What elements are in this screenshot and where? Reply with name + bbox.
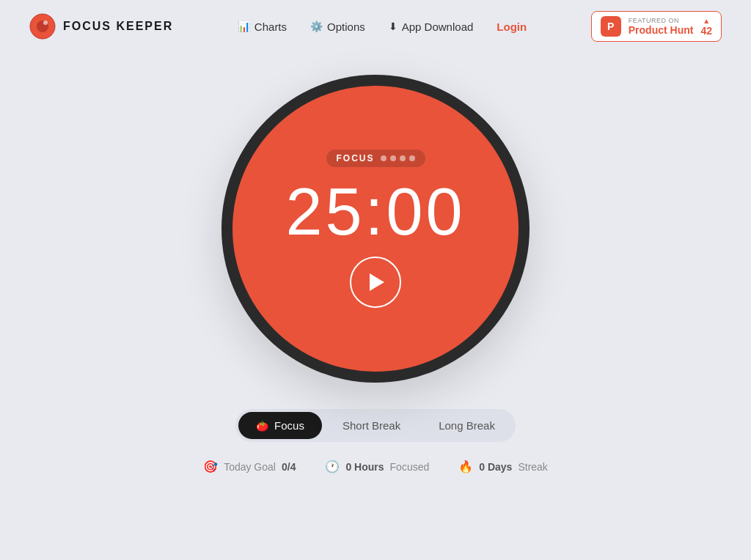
focus-tab-icon: 🍅 (256, 420, 268, 432)
mode-tabs: 🍅 Focus Short Break Long Break (235, 409, 516, 442)
timer-container: FOCUS 25:00 (221, 75, 530, 383)
today-goal-stat: 🎯 Today Goal 0/4 (203, 460, 296, 474)
play-icon (370, 273, 384, 291)
timer-display: 25:00 (285, 179, 465, 245)
clock-icon: 🕐 (325, 460, 340, 474)
focus-mode-label: FOCUS (337, 153, 375, 163)
app-download-nav-item[interactable]: ⬇ App Download (389, 21, 474, 33)
dot-1 (381, 155, 387, 161)
play-button[interactable] (350, 257, 401, 308)
charts-nav-item[interactable]: 📊 Charts (238, 21, 287, 33)
product-hunt-text: FEATURED ON Product Hunt (629, 17, 694, 36)
svg-point-2 (43, 21, 48, 25)
goal-icon: 🎯 (203, 460, 218, 474)
timer-inner-circle: FOCUS 25:00 (232, 86, 519, 372)
dot-3 (400, 155, 406, 161)
short-break-tab[interactable]: Short Break (325, 412, 418, 439)
logo-text: FOCUS KEEPER (63, 20, 173, 33)
product-hunt-badge[interactable]: P FEATURED ON Product Hunt ▲ 42 (591, 11, 722, 42)
long-break-tab[interactable]: Long Break (421, 412, 513, 439)
options-nav-item[interactable]: ⚙️ Options (310, 21, 365, 33)
download-icon: ⬇ (389, 21, 398, 32)
dot-2 (390, 155, 396, 161)
focus-dots (381, 155, 415, 161)
charts-icon: 📊 (238, 21, 250, 32)
streak-stat: 🔥 0 Days Streak (458, 460, 548, 474)
hours-focused-stat: 🕐 0 Hours Focused (325, 460, 429, 474)
options-icon: ⚙️ (310, 21, 323, 32)
login-nav-item[interactable]: Login (497, 21, 527, 33)
logo-icon (29, 13, 56, 40)
main-content: FOCUS 25:00 🍅 Focus S (0, 53, 751, 474)
main-nav: 📊 Charts ⚙️ Options ⬇ App Download Login (238, 21, 527, 33)
fire-icon: 🔥 (458, 460, 473, 474)
focus-tab[interactable]: 🍅 Focus (238, 412, 322, 439)
product-hunt-icon: P (601, 16, 621, 37)
dot-4 (409, 155, 415, 161)
product-hunt-count: ▲ 42 (700, 17, 712, 37)
logo[interactable]: FOCUS KEEPER (29, 13, 173, 40)
focus-label-area: FOCUS (326, 150, 425, 167)
stats-bar: 🎯 Today Goal 0/4 🕐 0 Hours Focused 🔥 0 D… (203, 460, 548, 474)
timer-outer-ring: FOCUS 25:00 (221, 75, 530, 383)
